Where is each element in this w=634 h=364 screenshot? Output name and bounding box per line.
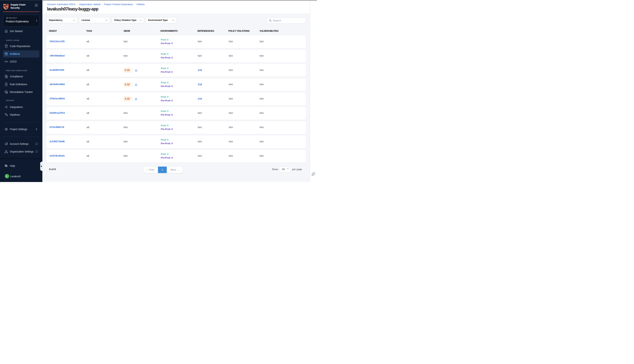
svg-text:?: ? [6,164,7,166]
